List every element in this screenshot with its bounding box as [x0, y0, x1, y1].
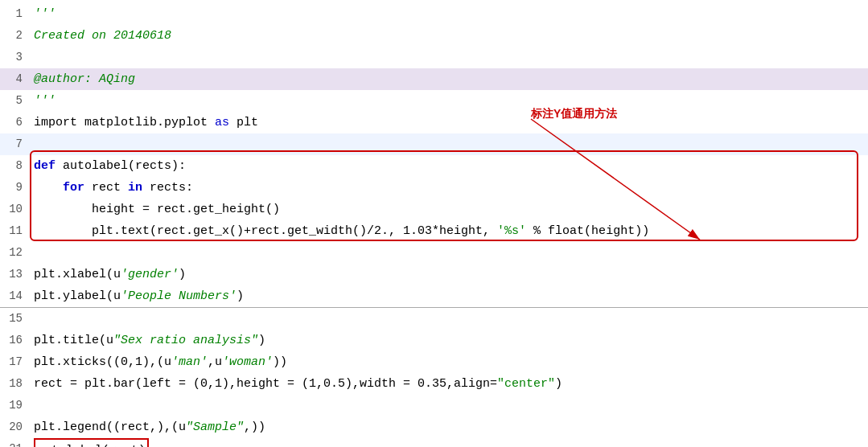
token: ,u	[208, 355, 222, 369]
line-number: 4	[0, 68, 31, 90]
token: rect = plt.bar(left = (0,1),height = (1,…	[34, 377, 497, 391]
code-line: 8def autolabel(rects):	[0, 155, 868, 177]
line-content: plt.ylabel(u'People Numbers')	[31, 285, 868, 307]
token: )	[555, 377, 562, 391]
token	[34, 181, 63, 195]
token: 'People Numbers'	[121, 289, 237, 303]
token: rects:	[142, 181, 193, 195]
line-number: 2	[0, 25, 31, 47]
line-content: def autolabel(rects):	[31, 155, 868, 177]
line-number: 17	[0, 351, 31, 373]
token: )	[237, 289, 244, 303]
token: height = rect.get_height()	[34, 203, 280, 216]
code-line: 9 for rect in rects:	[0, 177, 868, 199]
token: Created on 20140618	[34, 29, 171, 43]
code-line: 11 plt.text(rect.get_x()+rect.get_width(…	[0, 220, 868, 242]
code-line: 14plt.ylabel(u'People Numbers')	[0, 285, 868, 307]
line-number: 21	[0, 438, 31, 447]
line-content: plt.xlabel(u'gender')	[31, 264, 868, 285]
token: ,))	[244, 420, 265, 434]
token: )	[179, 268, 186, 281]
code-line: 3	[0, 47, 868, 68]
line-content: '''	[31, 3, 868, 25]
code-line: 21autolabel(rect)	[0, 438, 868, 447]
code-line: 12	[0, 242, 868, 264]
line-number: 12	[0, 242, 31, 264]
line-number: 5	[0, 90, 31, 112]
code-line: 5'''	[0, 90, 868, 112]
token: '''	[34, 7, 56, 21]
line-content: plt.text(rect.get_x()+rect.get_width()/2…	[31, 220, 868, 242]
line-number: 6	[0, 112, 31, 133]
line-number: 14	[0, 285, 31, 307]
code-line: 19	[0, 395, 868, 416]
line-content: import matplotlib.pyplot as plt	[31, 112, 868, 133]
line-number: 9	[0, 177, 31, 199]
token: plt.text(rect.get_x()+rect.get_width()/2…	[34, 224, 497, 238]
line-content: '''	[31, 90, 868, 112]
line-content: plt.legend((rect,),(u"Sample",))	[31, 416, 868, 438]
token: 'gender'	[121, 268, 179, 281]
token: "Sample"	[186, 420, 244, 434]
token: )	[258, 334, 265, 347]
code-line: 20plt.legend((rect,),(u"Sample",))	[0, 416, 868, 438]
line-content: plt.xticks((0,1),(u'man',u'woman'))	[31, 351, 868, 373]
code-line: 15	[0, 307, 868, 330]
code-line: 7	[0, 133, 868, 155]
code-line: 18rect = plt.bar(left = (0,1),height = (…	[0, 373, 868, 395]
line-number: 7	[0, 133, 31, 155]
line-content: height = rect.get_height()	[31, 199, 868, 220]
token: 'man'	[171, 355, 208, 369]
token: % float(height))	[526, 224, 649, 238]
token: in	[128, 181, 142, 195]
code-line: 16plt.title(u"Sex ratio analysis")	[0, 330, 868, 351]
token: rect	[84, 181, 128, 195]
code-line: 4@author: AQing	[0, 68, 868, 90]
token: for	[63, 181, 84, 195]
code-line: 2Created on 20140618	[0, 25, 868, 47]
token: ))	[273, 355, 287, 369]
line-number: 16	[0, 330, 31, 351]
token: as	[215, 116, 229, 129]
token: '%s'	[497, 224, 526, 238]
annotation-label: 标注Y值通用方法	[531, 103, 617, 125]
token: plt.xticks((0,1),(u	[34, 355, 171, 369]
code-line: 10 height = rect.get_height()	[0, 199, 868, 220]
line-content: for rect in rects:	[31, 177, 868, 199]
line-content: rect = plt.bar(left = (0,1),height = (1,…	[31, 373, 868, 395]
code-line: 6import matplotlib.pyplot as plt	[0, 112, 868, 133]
line-number: 19	[0, 395, 31, 416]
line-number: 20	[0, 416, 31, 438]
line-number: 18	[0, 373, 31, 395]
line-content: plt.title(u"Sex ratio analysis")	[31, 330, 868, 351]
autolabel-call: autolabel(rect)	[34, 438, 149, 447]
token: import matplotlib.pyplot	[34, 116, 215, 129]
token: 'woman'	[222, 355, 273, 369]
token: autolabel(rects):	[56, 159, 186, 173]
token: @author: AQing	[34, 72, 135, 86]
line-number: 10	[0, 199, 31, 220]
line-number: 3	[0, 47, 31, 68]
token: "center"	[497, 377, 555, 391]
line-number: 13	[0, 264, 31, 285]
code-line: 1'''	[0, 3, 868, 25]
token: plt.title(u	[34, 334, 113, 347]
line-content: @author: AQing	[31, 68, 868, 90]
line-content: Created on 20140618	[31, 25, 868, 47]
token: plt	[229, 116, 258, 129]
code-line: 13plt.xlabel(u'gender')	[0, 264, 868, 285]
token: '''	[34, 94, 56, 108]
token: plt.ylabel(u	[34, 289, 121, 303]
token: def	[34, 159, 56, 173]
token: "Sex ratio analysis"	[113, 334, 258, 347]
line-content: autolabel(rect)	[31, 438, 868, 447]
line-number: 1	[0, 3, 31, 25]
token: plt.xlabel(u	[34, 268, 121, 281]
line-number: 15	[0, 308, 31, 330]
line-number: 8	[0, 155, 31, 177]
token: plt.legend((rect,),(u	[34, 420, 186, 434]
line-number: 11	[0, 220, 31, 242]
code-line: 17plt.xticks((0,1),(u'man',u'woman'))	[0, 351, 868, 373]
